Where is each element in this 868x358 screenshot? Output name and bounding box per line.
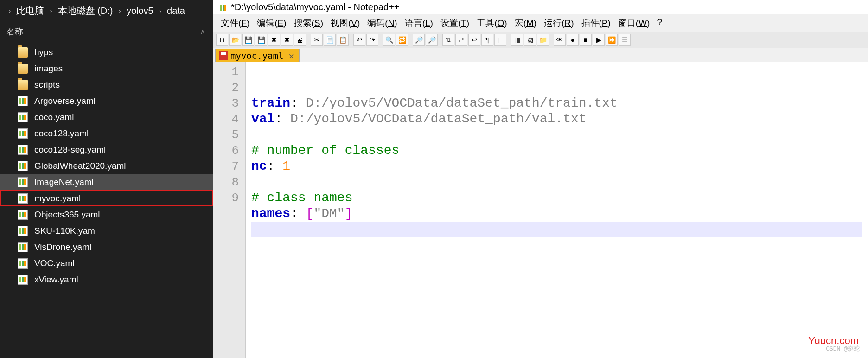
stop-button[interactable]: ■ <box>580 34 592 46</box>
list-item[interactable]: Objects365.yaml <box>0 206 213 223</box>
code-line[interactable] <box>251 222 862 237</box>
list-item[interactable]: coco.yaml <box>0 109 213 125</box>
open-button[interactable]: 📂 <box>229 34 241 46</box>
folder-button[interactable]: 📁 <box>537 34 549 46</box>
sync-h-button[interactable]: ⇄ <box>455 34 467 46</box>
code-line[interactable]: # class names <box>251 190 862 206</box>
all-chars-button[interactable]: ¶ <box>481 34 493 46</box>
print-button[interactable]: 🖨 <box>294 34 306 46</box>
list-item[interactable]: ImageNet.yaml <box>0 174 213 190</box>
list-item[interactable]: VisDrone.yaml <box>0 239 213 255</box>
code-line[interactable]: val: D:/yolov5/VOCData/dataSet_path/val.… <box>251 111 862 127</box>
menu-item[interactable]: 搜索(S) <box>290 16 327 30</box>
code-line[interactable] <box>251 174 862 190</box>
menu-item[interactable]: 窗口(W) <box>614 16 654 30</box>
menu-bar: 文件(F)编辑(E)搜索(S)视图(V)编码(N)语言(L)设置(T)工具(O)… <box>213 14 868 32</box>
menu-item[interactable]: ? <box>653 16 666 30</box>
window-title: *D:\yolov5\data\myvoc.yaml - Notepad++ <box>231 2 400 13</box>
copy-button[interactable]: 📄 <box>324 34 336 46</box>
list-item[interactable]: SKU-110K.yaml <box>0 223 213 239</box>
list-item[interactable]: coco128.yaml <box>0 125 213 141</box>
zoom-out-button[interactable]: 🔎 <box>426 34 438 46</box>
file-icon <box>18 177 28 187</box>
code-line[interactable]: nc: 1 <box>251 159 862 174</box>
paste-button[interactable]: 📋 <box>337 34 349 46</box>
unfold-button[interactable]: ▧ <box>524 34 536 46</box>
file-icon <box>18 258 28 268</box>
play-button[interactable]: ▶ <box>593 34 605 46</box>
indent-guide-button[interactable]: ▤ <box>494 34 506 46</box>
menu-item[interactable]: 运行(R) <box>540 16 577 30</box>
file-name: Objects365.yaml <box>34 210 100 220</box>
macros-button[interactable]: ☰ <box>619 34 631 46</box>
save-all-button[interactable]: 💾 <box>255 34 267 46</box>
redo-button[interactable]: ↷ <box>366 34 378 46</box>
close-icon[interactable]: ✕ <box>287 51 295 61</box>
breadcrumb-item[interactable]: 此电脑 <box>13 4 47 18</box>
line-number: 8 <box>215 174 239 190</box>
file-icon <box>18 226 28 236</box>
folder-icon <box>18 64 28 74</box>
breadcrumb-item[interactable]: data <box>164 5 188 17</box>
file-icon <box>18 193 28 204</box>
unsaved-icon <box>219 51 228 60</box>
play-multi-button[interactable]: ⏩ <box>606 34 618 46</box>
list-item[interactable]: Argoverse.yaml <box>0 93 213 109</box>
chevron-right-icon: › <box>116 7 124 15</box>
save-button[interactable]: 💾 <box>242 34 254 46</box>
list-item[interactable]: GlobalWheat2020.yaml <box>0 158 213 174</box>
new-button[interactable]: 🗋 <box>216 34 228 46</box>
file-name: ImageNet.yaml <box>34 177 94 187</box>
list-item[interactable]: scripts <box>0 77 213 93</box>
menu-item[interactable]: 编码(N) <box>364 16 401 30</box>
list-item[interactable]: hyps <box>0 44 213 60</box>
replace-button[interactable]: 🔁 <box>396 34 408 46</box>
menu-item[interactable]: 设置(T) <box>437 16 473 30</box>
code-line[interactable] <box>251 127 862 143</box>
list-item[interactable]: images <box>0 60 213 77</box>
code-area[interactable]: train: D:/yolov5/VOCData/dataSet_path/tr… <box>246 62 868 358</box>
tab-label: myvoc.yaml <box>230 51 283 61</box>
hide-button[interactable]: 👁 <box>554 34 566 46</box>
file-explorer-panel: › 此电脑 › 本地磁盘 (D:) › yolov5 › data 名称 ∧ h… <box>0 0 213 358</box>
file-name: Argoverse.yaml <box>34 96 96 106</box>
list-item[interactable]: xView.yaml <box>0 271 213 288</box>
file-name: SKU-110K.yaml <box>34 226 97 236</box>
menu-item[interactable]: 宏(M) <box>511 16 540 30</box>
record-button[interactable]: ● <box>567 34 579 46</box>
breadcrumb-item[interactable]: 本地磁盘 (D:) <box>55 4 116 18</box>
menu-item[interactable]: 工具(O) <box>473 16 511 30</box>
breadcrumb-item[interactable]: yolov5 <box>124 5 156 17</box>
sync-v-button[interactable]: ⇅ <box>442 34 454 46</box>
menu-item[interactable]: 文件(F) <box>217 16 253 30</box>
tab-bar: myvoc.yaml ✕ <box>213 48 868 62</box>
list-item[interactable]: coco128-seg.yaml <box>0 141 213 158</box>
zoom-in-button[interactable]: 🔎 <box>413 34 425 46</box>
line-number: 9 <box>215 190 239 206</box>
close-button[interactable]: ✖ <box>268 34 280 46</box>
undo-button[interactable]: ↶ <box>353 34 365 46</box>
file-name: VisDrone.yaml <box>34 242 91 252</box>
menu-item[interactable]: 视图(V) <box>327 16 364 30</box>
editor[interactable]: 123456789 train: D:/yolov5/VOCData/dataS… <box>213 62 868 358</box>
fold-button[interactable]: ▦ <box>511 34 523 46</box>
list-item[interactable]: VOC.yaml <box>0 255 213 271</box>
close-all-button[interactable]: ✖ <box>281 34 293 46</box>
column-header-name[interactable]: 名称 ∧ <box>0 22 213 41</box>
cut-button[interactable]: ✂ <box>311 34 323 46</box>
tab-myvoc[interactable]: myvoc.yaml ✕ <box>215 49 300 62</box>
code-line[interactable]: train: D:/yolov5/VOCData/dataSet_path/tr… <box>251 96 862 111</box>
list-item[interactable]: myvoc.yaml <box>0 190 213 206</box>
menu-item[interactable]: 编辑(E) <box>253 16 290 30</box>
file-icon <box>18 161 28 171</box>
find-button[interactable]: 🔍 <box>383 34 395 46</box>
chevron-right-icon: › <box>6 7 13 15</box>
line-number: 4 <box>215 111 239 127</box>
wrap-button[interactable]: ↩ <box>468 34 480 46</box>
file-icon <box>18 96 28 106</box>
file-name: coco128-seg.yaml <box>34 145 106 155</box>
code-line[interactable]: # number of classes <box>251 143 862 159</box>
menu-item[interactable]: 语言(L) <box>401 16 437 30</box>
menu-item[interactable]: 插件(P) <box>578 16 614 30</box>
code-line[interactable]: names: ["DM"] <box>251 206 862 222</box>
